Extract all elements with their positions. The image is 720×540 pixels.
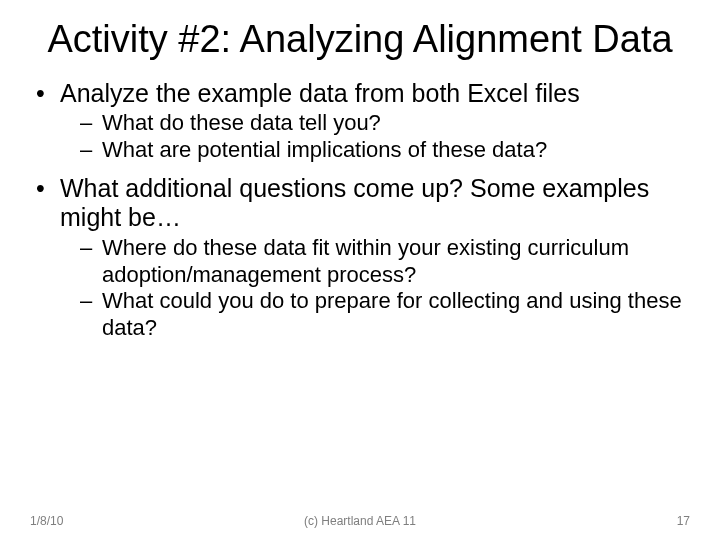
bullet-list-level2: Where do these data fit within your exis… xyxy=(60,235,690,342)
sub-bullet-text: What do these data tell you? xyxy=(102,110,381,135)
bullet-list-level1: Analyze the example data from both Excel… xyxy=(30,79,690,342)
bullet-text: What additional questions come up? Some … xyxy=(60,174,649,232)
slide: Activity #2: Analyzing Alignment Data An… xyxy=(0,0,720,540)
bullet-item: Analyze the example data from both Excel… xyxy=(30,79,690,164)
bullet-item: What additional questions come up? Some … xyxy=(30,174,690,342)
slide-body: Analyze the example data from both Excel… xyxy=(30,79,690,342)
sub-bullet-item: What do these data tell you? xyxy=(80,110,690,137)
slide-footer: 1/8/10 (c) Heartland AEA 11 17 xyxy=(0,514,720,528)
bullet-text: Analyze the example data from both Excel… xyxy=(60,79,580,107)
sub-bullet-item: Where do these data fit within your exis… xyxy=(80,235,690,289)
sub-bullet-item: What are potential implications of these… xyxy=(80,137,690,164)
sub-bullet-item: What could you do to prepare for collect… xyxy=(80,288,690,342)
sub-bullet-text: What are potential implications of these… xyxy=(102,137,547,162)
bullet-list-level2: What do these data tell you? What are po… xyxy=(60,110,690,164)
sub-bullet-text: Where do these data fit within your exis… xyxy=(102,235,629,287)
footer-copyright: (c) Heartland AEA 11 xyxy=(0,514,720,528)
footer-page-number: 17 xyxy=(677,514,690,528)
footer-date: 1/8/10 xyxy=(30,514,63,528)
slide-title: Activity #2: Analyzing Alignment Data xyxy=(30,18,690,61)
sub-bullet-text: What could you do to prepare for collect… xyxy=(102,288,682,340)
